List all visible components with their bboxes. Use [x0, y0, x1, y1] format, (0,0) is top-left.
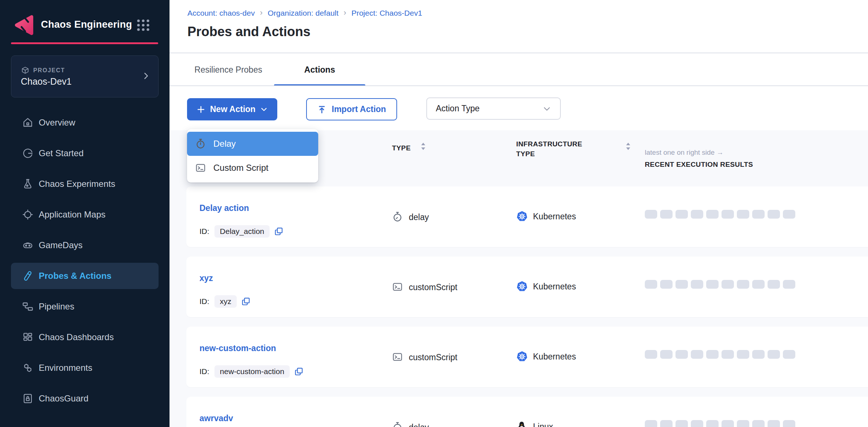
sidebar-item-gamedays[interactable]: GameDays — [0, 230, 170, 261]
plus-icon — [197, 105, 205, 114]
execution-result-pill — [675, 210, 688, 219]
terminal-icon — [392, 281, 404, 293]
sidebar-item-get-started[interactable]: Get Started — [0, 138, 170, 169]
probe-icon — [22, 270, 34, 282]
type-value: customScript — [409, 353, 457, 362]
new-action-dropdown: Delay Custom Script — [187, 129, 318, 182]
pipeline-icon — [22, 301, 34, 312]
harness-logo-icon — [14, 15, 35, 35]
execution-result-pill — [645, 280, 657, 289]
sidebar-item-label: Chaos Experiments — [39, 179, 115, 189]
sidebar-item-label: Environments — [39, 363, 92, 373]
sidebar-item-overview[interactable]: Overview — [0, 107, 170, 138]
id-label: ID: — [199, 297, 209, 306]
action-name-link[interactable]: Delay action — [199, 203, 249, 213]
action-type-select[interactable]: Action Type — [426, 97, 561, 120]
action-name-link[interactable]: xyz — [199, 273, 213, 283]
infrastructure-value: Kubernetes — [533, 352, 576, 362]
execution-result-pill — [645, 350, 657, 359]
module-grid-icon[interactable] — [137, 19, 150, 31]
type-cell: customScript — [392, 281, 457, 293]
recent-execution-results — [645, 420, 795, 427]
type-value: delay — [409, 423, 429, 427]
stopwatch-icon — [392, 211, 404, 223]
execution-result-pill — [737, 210, 749, 219]
column-header-infrastructure: INFRASTRUCTURE TYPE — [516, 139, 595, 159]
id-label: ID: — [199, 227, 209, 236]
infrastructure-cell: Linux — [516, 421, 553, 427]
breadcrumb: Account: chaos-dev›Organization: default… — [187, 8, 422, 18]
infrastructure-value: Kubernetes — [533, 282, 576, 292]
execution-result-pill — [691, 420, 703, 427]
execution-result-pill — [691, 280, 703, 289]
sidebar-item-chaos-experiments[interactable]: Chaos Experiments — [0, 169, 170, 199]
chevron-down-icon — [542, 104, 551, 113]
main-content: Account: chaos-dev›Organization: default… — [170, 0, 868, 427]
action-id-value: Delay_action — [214, 225, 270, 238]
target-icon — [22, 209, 34, 220]
project-selector[interactable]: PROJECT Chaos-Dev1 — [11, 55, 159, 97]
copy-icon[interactable] — [241, 297, 251, 306]
copy-icon[interactable] — [274, 227, 283, 236]
kubernetes-icon — [516, 281, 528, 292]
infrastructure-cell: Kubernetes — [516, 211, 576, 222]
execution-result-pill — [660, 210, 673, 219]
project-label: PROJECT — [33, 67, 65, 74]
execution-result-pill — [691, 210, 703, 219]
breadcrumb-link[interactable]: Organization: default — [268, 9, 339, 18]
recent-results-note: latest one on right side → — [645, 149, 723, 157]
breadcrumb-link[interactable]: Account: chaos-dev — [187, 9, 255, 18]
recent-execution-results — [645, 350, 795, 359]
menu-item-custom-script[interactable]: Custom Script — [187, 156, 318, 180]
type-value: customScript — [409, 282, 457, 292]
sidebar-item-application-maps[interactable]: Application Maps — [0, 199, 170, 230]
execution-result-pill — [768, 210, 780, 219]
execution-result-pill — [706, 350, 719, 359]
hexagons-icon — [22, 362, 34, 374]
terminal-icon — [392, 351, 404, 363]
execution-result-pill — [768, 420, 780, 427]
table-row: xyz ID: xyz customScript Kubernetes — [186, 257, 868, 317]
stopwatch-icon — [392, 422, 404, 427]
execution-result-pill — [706, 280, 719, 289]
table-row: Delay action ID: Delay_action delay Kube… — [186, 186, 868, 247]
execution-result-pill — [783, 280, 795, 289]
execution-result-pill — [783, 210, 795, 219]
sidebar-item-label: Pipelines — [39, 301, 74, 312]
execution-result-pill — [660, 350, 673, 359]
gamepad-icon — [22, 239, 34, 251]
execution-result-pill — [737, 420, 749, 427]
sort-type-icon[interactable] — [420, 142, 426, 151]
menu-item-delay[interactable]: Delay — [187, 132, 318, 156]
sort-infrastructure-icon[interactable] — [625, 142, 631, 151]
infrastructure-cell: Kubernetes — [516, 281, 576, 292]
menu-item-label: Custom Script — [213, 163, 269, 173]
get-started-icon — [22, 147, 34, 159]
execution-result-pill — [722, 350, 734, 359]
new-action-button[interactable]: New Action — [187, 98, 277, 120]
chevron-down-icon — [260, 105, 268, 113]
execution-result-pill — [783, 420, 795, 427]
action-name-link[interactable]: awrvadv — [199, 413, 233, 423]
chevron-right-icon — [142, 70, 150, 81]
copy-icon[interactable] — [294, 367, 304, 376]
tab-actions[interactable]: Actions — [274, 53, 365, 86]
sidebar-item-chaosguard[interactable]: ChaosGuard — [0, 383, 170, 414]
type-cell: delay — [392, 211, 429, 223]
execution-result-pill — [737, 280, 749, 289]
sidebar-item-label: Overview — [39, 118, 75, 128]
import-action-button[interactable]: Import Action — [306, 98, 397, 120]
breadcrumb-link[interactable]: Project: Chaos-Dev1 — [351, 9, 422, 18]
action-name-link[interactable]: new-custom-action — [199, 343, 276, 353]
sidebar-item-chaos-dashboards[interactable]: Chaos Dashboards — [0, 322, 170, 353]
sidebar-item-environments[interactable]: Environments — [0, 353, 170, 383]
type-value: delay — [409, 212, 429, 222]
sidebar-item-pipelines[interactable]: Pipelines — [0, 291, 170, 322]
column-header-type: TYPE — [392, 144, 411, 152]
recent-execution-results — [645, 280, 795, 289]
logo-row: Chaos Engineering — [0, 0, 170, 40]
tab-label: Resilience Probes — [194, 65, 262, 75]
sidebar-item-probes-actions[interactable]: Probes & Actions — [0, 261, 170, 291]
tab-resilience-probes[interactable]: Resilience Probes — [183, 53, 274, 86]
sidebar: Chaos Engineering — [0, 0, 170, 427]
